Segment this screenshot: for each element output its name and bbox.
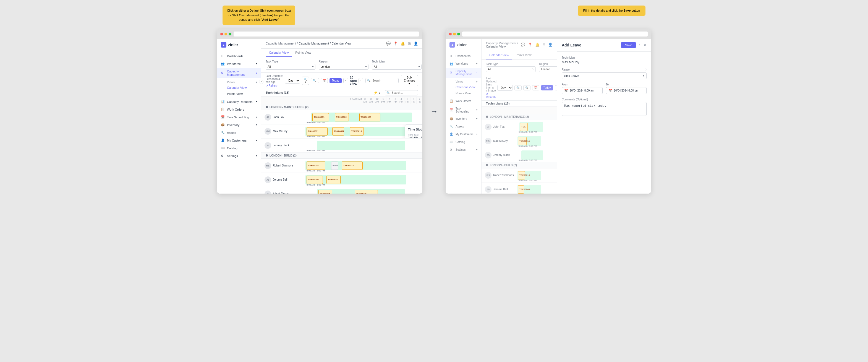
zoom-in-btn[interactable]: 🔍+ [302,77,309,85]
task-type-select-2[interactable]: All [486,66,536,72]
maximize-dot[interactable] [228,33,231,35]
comments-textarea[interactable] [562,102,647,116]
reason-help-icon[interactable]: ? [645,68,647,71]
sidebar-item-capacity-2[interactable]: ⚙ Capacity Management ▴ [445,68,481,78]
region-select-2[interactable]: London [539,66,557,72]
minimize-dot-2[interactable] [453,33,456,35]
zoom-in-2[interactable]: 🔍 [515,85,522,90]
day-select-2[interactable]: Day [497,85,513,91]
close-dot[interactable] [220,33,223,35]
break-block-robert[interactable]: Break [331,161,338,170]
timeline-john-2[interactable]: TSK 9:00 AM - 6:00 PM [518,120,557,134]
task-2-tsk18[interactable]: TSK00018 [518,171,525,179]
maximize-dot-2[interactable] [457,33,460,35]
url-bar-2[interactable] [462,32,648,36]
sidebar-item-customers[interactable]: 👤 My Customers ▾ [217,137,261,144]
sidebar-item-task-sched-2[interactable]: 📅 Task Scheduling ▾ [445,105,481,115]
task-type-select[interactable]: All [266,64,315,70]
task-tsk00013[interactable]: TSK00013 [350,127,364,135]
bulk-changes-btn[interactable]: Bulk Changes ▾ [401,75,418,86]
sidebar-item-workforce[interactable]: 👥 Workforce ▾ [217,60,261,68]
timeline-albert[interactable]: TSK00025 TSK00026 9:00 AM - 6:00 PM [306,187,423,193]
prev-btn-2[interactable]: ‹ [555,85,557,90]
sidebar-item-dashboards[interactable]: ⊞ Dashboards [217,52,261,60]
refresh-link[interactable]: ↺ Refresh [266,84,285,87]
minimize-dot[interactable] [224,33,227,35]
tab-calendar-view-2[interactable]: Calendar View [486,51,512,59]
close-dot-2[interactable] [449,33,452,35]
sidebar-item-points-view[interactable]: Points View [217,91,261,97]
sidebar-item-catalog-2[interactable]: 📖 Catalog [445,138,481,146]
sidebar-item-inventory-2[interactable]: 📦 Inventory ▾ [445,115,481,123]
location-icon-2[interactable]: 📍 [528,42,532,47]
filter-icon[interactable]: ⚡ [373,91,378,95]
day-select[interactable]: Day [285,78,300,84]
sidebar-item-capacity-requests[interactable]: 📊 Capacity Requests ▾ [217,98,261,105]
task-tsk00026[interactable]: TSK00026 [355,190,378,193]
url-bar-1[interactable] [234,32,419,36]
to-date-input[interactable]: 📅 10/04/2024 6:00 pm [606,87,647,94]
grid-icon-2[interactable]: ⊞ [542,42,546,47]
tech-search-input[interactable] [385,90,418,95]
bell-icon[interactable]: 🔔 [401,41,405,46]
task-tsk00012[interactable]: TSK00012 [332,127,344,135]
calendar-picker-btn[interactable]: 📅 [321,78,328,83]
task-tsk00032[interactable]: TSK00032 [342,161,363,170]
zoom-out-btn[interactable]: 🔍- [311,78,319,83]
sidebar-item-calendar-view[interactable]: Calendar View [217,85,261,91]
zoom-out-2[interactable]: 🔍 [523,85,530,90]
timeline-john[interactable]: TSK00001 TSK00002 TSK00003 9:00 AM - 6:0… [306,110,423,124]
panel-close-button[interactable]: ✕ [643,43,647,47]
timeline-jerome-2[interactable]: TSK00040 8:00 AM - 5:00 PM [518,183,557,193]
sidebar-item-capacity[interactable]: ⚙ Capacity Management ▴ [217,68,261,78]
user-icon[interactable]: 👤 [413,41,418,46]
timeline-robert[interactable]: TSK00018 Break TSK00032 8:00 AM - 5:00 P… [306,159,423,173]
sort-icon[interactable]: ↕ [379,91,380,95]
task-2-tsk11[interactable]: TSK00011 [518,137,526,145]
sidebar-item-task-scheduling[interactable]: 📅 Task Scheduling ▾ [217,113,261,121]
sidebar-item-calendar-2[interactable]: Calendar View [445,84,481,90]
today-btn[interactable]: Today [330,78,342,83]
from-date-input[interactable]: 📅 10/04/2024 8:00 am [562,87,602,94]
timeline-jerome[interactable]: TSK00040 TSK00024 8:00 AM - 5:00 PM [306,173,423,187]
timeline-jeremy-2[interactable]: 9:00 AM - 6:00 PM [518,148,557,162]
chat-icon-2[interactable]: 💬 [521,42,525,47]
refresh-link-2[interactable]: ↺ Refresh [486,93,497,99]
sidebar-item-settings[interactable]: ⚙ Settings ▾ [217,152,261,160]
sidebar-item-settings-2[interactable]: ⚙ Settings ▾ [445,146,481,154]
sidebar-item-catalog[interactable]: 📖 Catalog [217,144,261,152]
sidebar-item-assets-2[interactable]: 🔧 Assets [445,123,481,130]
sidebar-item-workforce-2[interactable]: 👥 Workforce ▾ [445,60,481,68]
chat-icon[interactable]: 💬 [386,41,391,46]
sidebar-item-work-orders[interactable]: 📋 Work Orders [217,105,261,113]
region-select[interactable]: London [319,64,369,70]
save-button[interactable]: Save [621,42,636,48]
cal-picker-2[interactable]: 📅 [532,85,539,90]
task-2-tsk[interactable]: TSK [520,123,528,131]
timeline-robert-2[interactable]: TSK00018 8:00 AM - 5:00 PM [518,169,557,182]
more-options-icon[interactable]: ⋮ [638,43,641,47]
next-btn[interactable]: › [359,78,363,83]
sidebar-item-assets[interactable]: 🔧 Assets [217,129,261,137]
task-tsk00001[interactable]: TSK00001 [312,113,329,121]
location-icon[interactable]: 📍 [393,41,398,46]
sidebar-item-customers-2[interactable]: 👤 My Customers ▾ [445,130,481,138]
sidebar-item-inventory[interactable]: 📦 Inventory ▾ [217,121,261,129]
task-tsk00018[interactable]: TSK00018 [307,161,326,170]
timeline-max-2[interactable]: TSK00011 8:00 AM - 5:00 PM [518,134,557,148]
timeline-jeremy[interactable]: 9:00 AM - 6:00 PM [306,139,423,152]
timeline-max[interactable]: TSK00011 TSK00012 TSK00013 8:00 AM - 5:0… [306,124,423,138]
sidebar-item-points-2[interactable]: Points View [445,90,481,96]
technician-select[interactable]: All [372,64,422,70]
today-btn-2[interactable]: Today [541,85,553,90]
task-tsk00025[interactable]: TSK00025 [318,190,333,193]
task-2-tsk40[interactable]: TSK00040 [518,185,524,193]
task-tsk00040[interactable]: TSK00040 [307,176,323,184]
bell-icon-2[interactable]: 🔔 [535,42,539,47]
sidebar-item-dashboards-2[interactable]: ⊞ Dashboards [445,52,481,60]
tab-calendar-view[interactable]: Calendar View [266,49,292,57]
grid-icon[interactable]: ⊞ [408,41,411,46]
sidebar-collapse-button[interactable]: ‹ [259,80,264,84]
tab-points-view-2[interactable]: Points View [512,51,535,59]
shift-block-jeremy[interactable] [317,141,405,150]
